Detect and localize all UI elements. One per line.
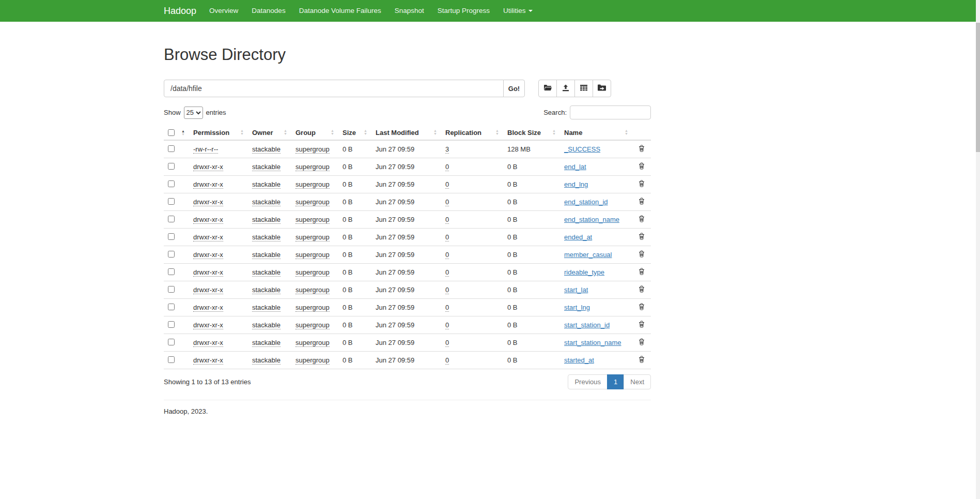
sort-icon[interactable]: ▲▼ bbox=[364, 129, 367, 135]
trash-icon[interactable] bbox=[639, 145, 645, 154]
header-size[interactable]: Size▲▼ bbox=[338, 126, 371, 140]
next-page-button[interactable]: Next bbox=[624, 374, 651, 389]
row-checkbox[interactable] bbox=[168, 339, 175, 345]
set-quota-button[interactable] bbox=[574, 80, 593, 97]
previous-page-button[interactable]: Previous bbox=[568, 374, 608, 389]
header-owner[interactable]: Owner▲▼ bbox=[248, 126, 291, 140]
nav-item-label: Startup Progress bbox=[438, 7, 490, 14]
nav-item-utilities[interactable]: Utilities bbox=[496, 0, 539, 22]
folder-open-icon bbox=[543, 84, 552, 93]
header-name[interactable]: Name▲▼ bbox=[560, 126, 632, 140]
sort-icon[interactable]: ▲▼ bbox=[433, 129, 437, 135]
entries-label: entries bbox=[206, 109, 226, 116]
sort-icon[interactable]: ▲▼ bbox=[181, 130, 185, 136]
page-length-select[interactable]: 25 bbox=[184, 107, 203, 119]
header-last-modified[interactable]: Last Modified▲▼ bbox=[371, 126, 441, 140]
brand-hadoop[interactable]: Hadoop bbox=[164, 0, 196, 22]
trash-icon[interactable] bbox=[639, 233, 645, 241]
permission-cell: drwxr-xr-x bbox=[189, 246, 248, 264]
row-checkbox[interactable] bbox=[168, 180, 175, 187]
sort-icon[interactable]: ▲▼ bbox=[625, 129, 628, 135]
file-link[interactable]: end_station_name bbox=[564, 216, 619, 223]
file-link[interactable]: start_lng bbox=[564, 304, 590, 311]
row-checkbox[interactable] bbox=[168, 356, 175, 363]
sort-icon[interactable]: ▲▼ bbox=[552, 129, 556, 135]
header-replication[interactable]: Replication▲▼ bbox=[441, 126, 503, 140]
row-checkbox[interactable] bbox=[168, 304, 175, 310]
group-cell: supergroup bbox=[291, 193, 338, 211]
trash-icon[interactable] bbox=[639, 180, 645, 189]
file-link[interactable]: end_station_id bbox=[564, 198, 608, 206]
size-cell: 0 B bbox=[338, 316, 371, 334]
group-cell: supergroup bbox=[291, 211, 338, 229]
file-link[interactable]: member_casual bbox=[564, 251, 612, 259]
file-link[interactable]: _SUCCESS bbox=[564, 145, 600, 153]
trash-icon[interactable] bbox=[639, 215, 645, 224]
file-link[interactable]: ended_at bbox=[564, 233, 592, 241]
trash-icon[interactable] bbox=[639, 338, 645, 347]
scrollbar[interactable] bbox=[976, 0, 980, 499]
table-row: drwxr-xr-x stackable supergroup 0 B Jun … bbox=[164, 281, 651, 299]
row-checkbox[interactable] bbox=[168, 286, 175, 293]
permission-cell: drwxr-xr-x bbox=[189, 176, 248, 193]
trash-icon[interactable] bbox=[639, 162, 645, 171]
search-input[interactable] bbox=[570, 105, 651, 119]
name-cell: _SUCCESS bbox=[560, 140, 632, 158]
size-cell: 0 B bbox=[338, 140, 371, 158]
trash-icon[interactable] bbox=[639, 356, 645, 365]
row-checkbox[interactable] bbox=[168, 251, 175, 258]
row-checkbox[interactable] bbox=[168, 216, 175, 222]
header-block-size[interactable]: Block Size▲▼ bbox=[503, 126, 560, 140]
header-group[interactable]: Group▲▼ bbox=[291, 126, 338, 140]
create-directory-button[interactable] bbox=[538, 80, 557, 97]
row-checkbox[interactable] bbox=[168, 233, 175, 240]
file-link[interactable]: start_station_id bbox=[564, 321, 610, 329]
table-row: drwxr-xr-x stackable supergroup 0 B Jun … bbox=[164, 352, 651, 369]
sort-icon[interactable]: ▲▼ bbox=[284, 129, 287, 135]
file-link[interactable]: start_station_name bbox=[564, 339, 621, 346]
trash-icon[interactable] bbox=[639, 321, 645, 329]
name-cell: end_station_id bbox=[560, 193, 632, 211]
owner-cell: stackable bbox=[248, 158, 291, 176]
file-link[interactable]: end_lat bbox=[564, 163, 586, 171]
header-permission[interactable]: Permission▲▼ bbox=[189, 126, 248, 140]
trash-icon[interactable] bbox=[639, 198, 645, 206]
sort-icon[interactable]: ▲▼ bbox=[331, 129, 334, 135]
row-checkbox[interactable] bbox=[168, 198, 175, 205]
nav-item-snapshot[interactable]: Snapshot bbox=[388, 0, 431, 22]
nav-item-datanode-volume-failures[interactable]: Datanode Volume Failures bbox=[292, 0, 388, 22]
file-link[interactable]: start_lat bbox=[564, 286, 588, 294]
replication-cell: 0 bbox=[441, 281, 503, 299]
group-cell: supergroup bbox=[291, 316, 338, 334]
select-all-checkbox[interactable] bbox=[168, 129, 175, 136]
last-modified-cell: Jun 27 09:59 bbox=[371, 246, 441, 264]
row-checkbox[interactable] bbox=[168, 163, 175, 170]
page-1-button[interactable]: 1 bbox=[607, 374, 624, 389]
table-row: drwxr-xr-x stackable supergroup 0 B Jun … bbox=[164, 176, 651, 193]
directory-path-input[interactable] bbox=[164, 80, 504, 97]
move-to-button[interactable] bbox=[593, 80, 611, 97]
trash-icon[interactable] bbox=[639, 250, 645, 259]
nav-item-datanodes[interactable]: Datanodes bbox=[245, 0, 292, 22]
file-link[interactable]: end_lng bbox=[564, 180, 588, 188]
upload-files-button[interactable] bbox=[556, 80, 575, 97]
table-body: -rw-r--r-- stackable supergroup 0 B Jun … bbox=[164, 140, 651, 369]
scrollbar-thumb[interactable] bbox=[976, 23, 980, 152]
nav-item-overview[interactable]: Overview bbox=[203, 0, 245, 22]
sort-icon[interactable]: ▲▼ bbox=[495, 129, 499, 135]
row-checkbox[interactable] bbox=[168, 268, 175, 275]
trash-icon[interactable] bbox=[639, 303, 645, 312]
actions-cell bbox=[632, 211, 651, 229]
trash-icon[interactable] bbox=[639, 285, 645, 294]
row-checkbox[interactable] bbox=[168, 321, 175, 328]
search-label: Search: bbox=[543, 109, 567, 116]
sort-icon[interactable]: ▲▼ bbox=[240, 129, 244, 135]
row-checkbox[interactable] bbox=[168, 145, 175, 152]
row-select-cell bbox=[164, 176, 189, 193]
go-button[interactable]: Go! bbox=[503, 80, 525, 97]
file-link[interactable]: started_at bbox=[564, 356, 594, 364]
trash-icon[interactable] bbox=[639, 268, 645, 277]
nav-item-startup-progress[interactable]: Startup Progress bbox=[431, 0, 496, 22]
name-cell: start_station_id bbox=[560, 316, 632, 334]
file-link[interactable]: rideable_type bbox=[564, 268, 604, 276]
